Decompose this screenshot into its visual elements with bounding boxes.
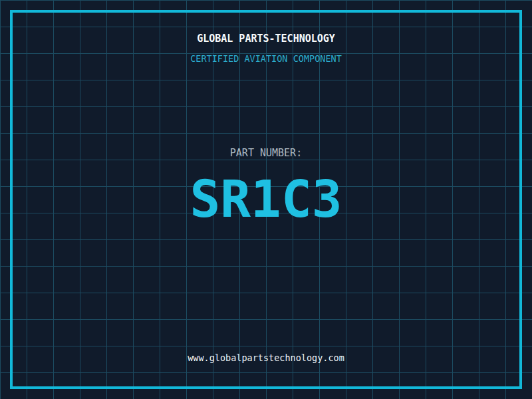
blueprint-page: GLOBAL PARTS-TECHNOLOGY CERTIFIED AVIATI… <box>0 0 532 399</box>
website-url: www.globalpartstechnology.com <box>0 352 532 363</box>
part-number-label: PART NUMBER: <box>0 147 532 159</box>
company-name: GLOBAL PARTS-TECHNOLOGY <box>0 33 532 45</box>
certification-tagline: CERTIFIED AVIATION COMPONENT <box>0 53 532 64</box>
part-number-value: SR1C3 <box>0 174 532 225</box>
